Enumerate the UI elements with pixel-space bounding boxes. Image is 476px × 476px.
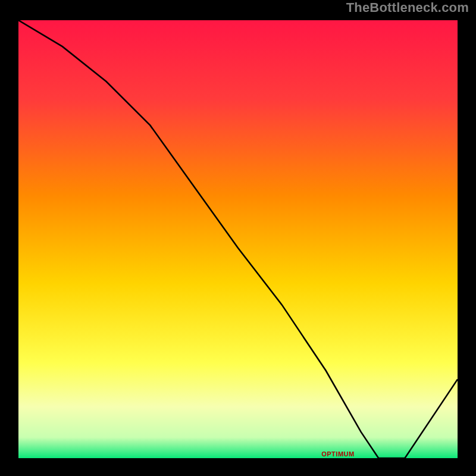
optimum-annotation: OPTIMUM (321, 450, 354, 458)
curve-layer (18, 20, 458, 458)
chart-stage: TheBottleneck.com OPTIMUM (0, 0, 476, 476)
plot-area: OPTIMUM (15, 17, 461, 462)
bottleneck-curve (18, 20, 458, 458)
watermark-text: TheBottleneck.com (346, 0, 469, 15)
